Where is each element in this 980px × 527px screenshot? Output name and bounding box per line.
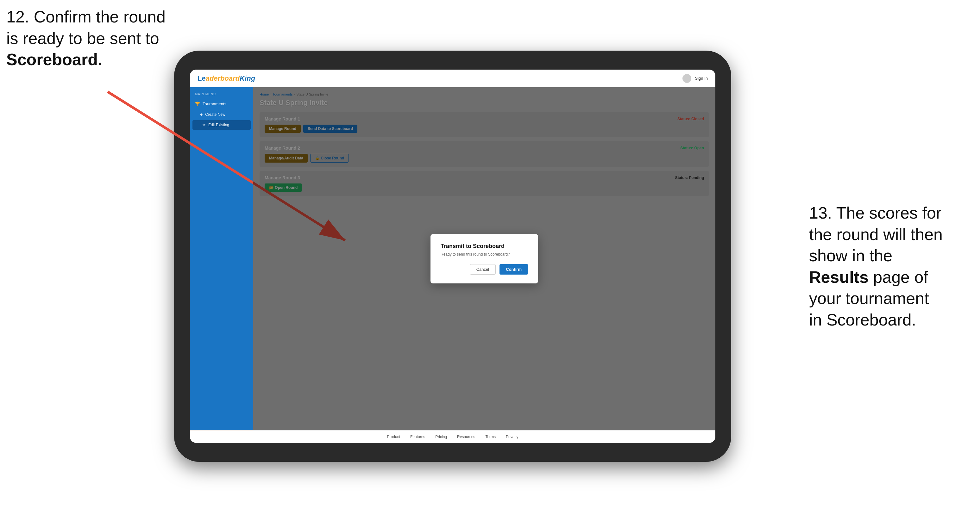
trophy-icon <box>195 102 200 106</box>
signin-link[interactable]: Sign In <box>695 76 708 81</box>
modal-subtitle: Ready to send this round to Scoreboard? <box>441 252 528 257</box>
tablet-device: LeaderboardKing Sign In MAIN MENU Tourna… <box>174 51 731 462</box>
footer-privacy[interactable]: Privacy <box>506 435 518 439</box>
annotation-line3-bold: Scoreboard. <box>6 50 102 69</box>
modal-overlay: Transmit to Scoreboard Ready to send thi… <box>253 87 715 430</box>
sidebar: MAIN MENU Tournaments Create New Edit Ex… <box>190 87 253 430</box>
footer-terms[interactable]: Terms <box>485 435 496 439</box>
footer-features[interactable]: Features <box>410 435 425 439</box>
footer-pricing[interactable]: Pricing <box>435 435 447 439</box>
avatar <box>682 74 691 83</box>
sidebar-item-create-new[interactable]: Create New <box>190 110 253 119</box>
annotation-line1: 12. Confirm the round <box>6 8 165 26</box>
page-content: Home › Tournaments › State U Spring Invi… <box>253 87 715 430</box>
top-nav: LeaderboardKing Sign In <box>190 70 715 87</box>
menu-label: MAIN MENU <box>190 92 253 98</box>
annotation-line2: is ready to be sent to <box>6 29 159 48</box>
logo: LeaderboardKing <box>197 75 255 83</box>
sidebar-item-edit-existing[interactable]: Edit Existing <box>192 120 251 130</box>
transmit-modal: Transmit to Scoreboard Ready to send thi… <box>431 234 538 283</box>
plus-icon <box>200 112 203 117</box>
sidebar-create-new-label: Create New <box>205 112 225 117</box>
sidebar-tournaments-label: Tournaments <box>203 102 226 106</box>
modal-title: Transmit to Scoreboard <box>441 243 528 249</box>
nav-right: Sign In <box>682 74 708 83</box>
annotation-right: 13. The scores forthe round will thensho… <box>809 202 974 331</box>
sidebar-item-tournaments[interactable]: Tournaments <box>190 98 253 110</box>
modal-actions: Cancel Confirm <box>441 264 528 275</box>
tablet-screen: LeaderboardKing Sign In MAIN MENU Tourna… <box>190 70 715 443</box>
annotation-top-left: 12. Confirm the round is ready to be sen… <box>6 6 165 71</box>
footer-product[interactable]: Product <box>387 435 400 439</box>
footer-resources[interactable]: Resources <box>457 435 475 439</box>
annotation-right-text: 13. The scores forthe round will thensho… <box>809 204 943 329</box>
modal-confirm-btn[interactable]: Confirm <box>500 264 528 275</box>
sidebar-edit-existing-label: Edit Existing <box>208 123 229 127</box>
edit-icon <box>203 123 206 127</box>
main-area: MAIN MENU Tournaments Create New Edit Ex… <box>190 87 715 430</box>
footer: Product Features Pricing Resources Terms… <box>190 430 715 443</box>
modal-cancel-btn[interactable]: Cancel <box>470 264 496 275</box>
